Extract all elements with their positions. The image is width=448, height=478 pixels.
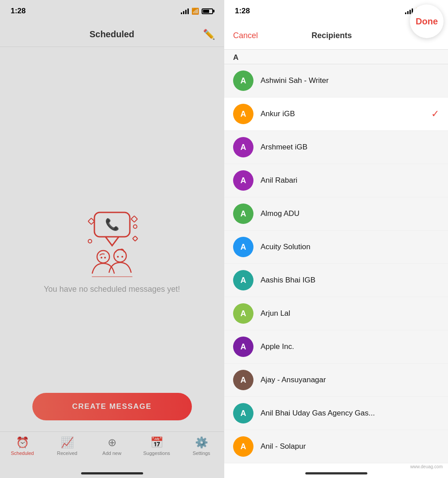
list-item[interactable]: AAcuity Solution [224, 231, 448, 264]
tab-settings-label: Settings [193, 451, 210, 456]
svg-point-9 [104, 257, 106, 259]
illustration: 📞 [68, 195, 156, 283]
tab-received[interactable]: 📈 Received [45, 436, 90, 456]
svg-point-11 [117, 256, 119, 258]
contact-name: Anil Bhai Uday Gas Agency Gas... [261, 409, 375, 418]
contacts-list[interactable]: AAshwini Sah - WriterAAnkur iGB✓AArshmee… [224, 64, 448, 478]
list-item[interactable]: AAnil Bhai Uday Gas Agency Gas... [224, 397, 448, 430]
signal-icon [181, 8, 189, 14]
home-indicator-right [305, 472, 367, 474]
contact-name: Ankur iGB [261, 110, 295, 118]
contact-name: Ashwini Sah - Writer [261, 76, 329, 85]
contact-name: Aashis Bhai IGB [261, 276, 316, 285]
left-panel: 1:28 📶 Scheduled ✏️ 📞 [0, 0, 224, 478]
avatar: A [233, 270, 253, 290]
right-panel: 1:28 📶 Done Cancel Recipients A AAshwini… [224, 0, 448, 478]
recipients-title: Recipients [312, 31, 352, 40]
avatar: A [233, 170, 253, 191]
status-icons-left: 📶 [181, 8, 213, 15]
checkmark-icon: ✓ [431, 108, 439, 120]
list-item[interactable]: AAashis Bhai IGB [224, 264, 448, 297]
list-item[interactable]: AApple Inc. [224, 330, 448, 364]
avatar: A [233, 71, 253, 91]
svg-point-5 [133, 225, 137, 228]
svg-point-8 [101, 257, 102, 259]
tab-suggestions-label: Suggestions [143, 451, 170, 456]
svg-rect-2 [88, 218, 94, 224]
tab-bar: ⏰ Scheduled 📈 Received ⊕ Add new 📅 Sugge… [0, 431, 224, 478]
contact-name: Almog ADU [261, 209, 300, 218]
watermark: www.deuag.com [410, 464, 443, 469]
contact-name: Acuity Solution [261, 243, 310, 251]
contact-name: Apple Inc. [261, 342, 294, 351]
section-header-a: A [224, 50, 448, 64]
avatar: A [233, 204, 253, 224]
settings-icon: ⚙️ [195, 436, 208, 449]
svg-point-12 [121, 256, 123, 258]
list-item[interactable]: AArjun Lal [224, 297, 448, 330]
svg-rect-3 [131, 215, 137, 222]
list-item[interactable]: AAnil Rabari [224, 164, 448, 197]
svg-point-7 [97, 251, 109, 263]
contact-name: Arjun Lal [261, 309, 290, 318]
tab-suggestions[interactable]: 📅 Suggestions [134, 436, 179, 456]
scheduled-icon: ⏰ [16, 436, 29, 449]
avatar: A [233, 104, 253, 124]
add-new-icon: ⊕ [108, 436, 117, 449]
done-button[interactable]: Done [410, 4, 444, 38]
list-item[interactable]: AAnil - Solapur [224, 430, 448, 463]
wifi-icon: 📶 [191, 8, 199, 15]
list-item[interactable]: AAshwini Sah - Writer [224, 64, 448, 98]
contact-name: Ajay - Ansuyanagar [261, 376, 326, 384]
empty-message: You have no scheduled messages yet! [44, 283, 180, 295]
avatar: A [233, 436, 253, 457]
svg-point-6 [88, 239, 92, 243]
avatar: A [233, 137, 253, 157]
tab-add-new-label: Add new [102, 451, 121, 456]
list-item[interactable]: AAjay - Ansuyanagar [224, 364, 448, 397]
tab-add-new[interactable]: ⊕ Add new [90, 436, 134, 456]
edit-button[interactable]: ✏️ [203, 29, 215, 40]
tab-scheduled-label: Scheduled [11, 451, 34, 456]
tab-settings[interactable]: ⚙️ Settings [179, 436, 224, 456]
received-icon: 📈 [61, 436, 74, 449]
svg-rect-4 [132, 236, 137, 241]
svg-text:📞: 📞 [105, 217, 120, 231]
list-item[interactable]: AAlmog ADU [224, 197, 448, 231]
list-item[interactable]: AArshmeet iGB [224, 131, 448, 164]
nav-header-left: Scheduled ✏️ [0, 22, 224, 47]
avatar: A [233, 403, 253, 423]
status-bar-left: 1:28 📶 [0, 0, 224, 22]
tab-received-label: Received [57, 451, 78, 456]
suggestions-icon: 📅 [150, 436, 164, 449]
create-message-button[interactable]: CREATE MESSAGE [32, 393, 192, 420]
contact-name: Anil - Solapur [261, 442, 306, 451]
page-title-left: Scheduled [90, 29, 134, 39]
contact-name: Arshmeet iGB [261, 143, 308, 152]
time-left: 1:28 [11, 7, 26, 16]
home-indicator-left [81, 472, 143, 474]
avatar: A [233, 303, 253, 324]
list-item[interactable]: AAnkur iGB✓ [224, 98, 448, 131]
cancel-button[interactable]: Cancel [233, 31, 258, 40]
create-message-label: CREATE MESSAGE [72, 402, 152, 411]
tab-scheduled[interactable]: ⏰ Scheduled [0, 436, 45, 456]
avatar: A [233, 237, 253, 257]
battery-icon [202, 8, 213, 14]
time-right: 1:28 [235, 7, 250, 16]
contact-name: Anil Rabari [261, 176, 297, 185]
avatar: A [233, 337, 253, 357]
done-label: Done [416, 16, 438, 27]
avatar: A [233, 370, 253, 390]
